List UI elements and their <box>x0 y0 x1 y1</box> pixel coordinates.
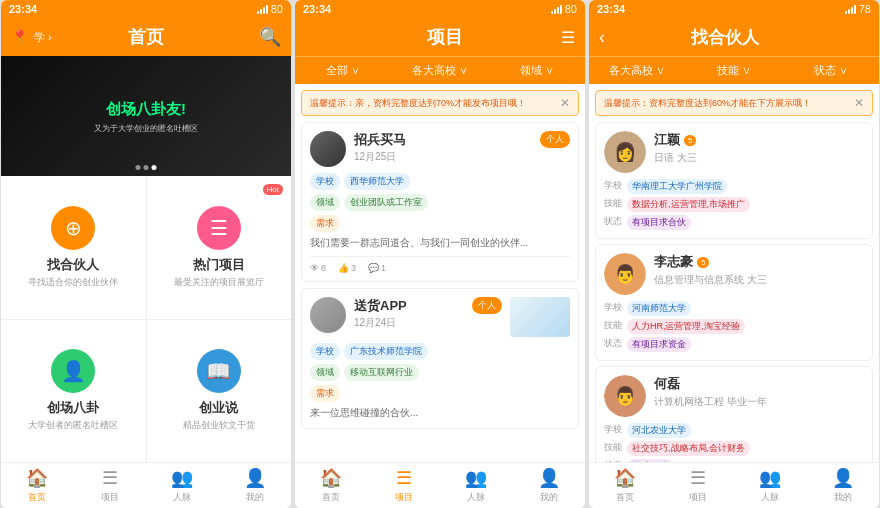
filter-skill-3[interactable]: 技能 ∨ <box>686 57 783 84</box>
filter-school[interactable]: 各大高校 ∨ <box>392 57 489 84</box>
dot-2 <box>144 165 149 170</box>
person-header-1: 👩 江颖 5 日语 大三 <box>604 131 864 173</box>
project-preview-2 <box>510 297 570 337</box>
search-icon[interactable]: 🔍 <box>259 26 281 48</box>
page-title-1: 首页 <box>128 25 164 49</box>
tab-people-3[interactable]: 👥 人脉 <box>734 463 807 508</box>
grid-item-gossip[interactable]: 👤 创场八卦 大学创者的匿名吐槽区 <box>1 320 146 463</box>
project-icon: ☰ <box>197 206 241 250</box>
filter-school-3[interactable]: 各大高校 ∨ <box>589 57 686 84</box>
project-name-1: 招兵买马 <box>354 131 532 149</box>
grid-item-startup[interactable]: 📖 创业说 精品创业软文干货 <box>147 320 292 463</box>
status-icons-2: 80 <box>551 3 577 15</box>
banner-sub: 又为于大学创业的匿名吐槽区 <box>94 123 198 134</box>
tag-domain-label-2: 领域 <box>310 364 340 381</box>
project-avatar-2 <box>310 297 346 333</box>
tab-people-1[interactable]: 👥 人脉 <box>146 463 219 508</box>
project-header-1: 招兵买马 12月25日 个人 <box>310 131 570 167</box>
person-status-tags-2: 状态 有项目求资金 <box>604 337 864 352</box>
person-card-1[interactable]: 👩 江颖 5 日语 大三 学校 华南理工大学广州学院 技能 <box>595 122 873 239</box>
project-need-tags-2: 需求 <box>310 385 570 402</box>
status-bar-2: 23:34 80 <box>295 0 585 18</box>
gossip-icon: 👤 <box>51 349 95 393</box>
notice-text-2: 温馨提示：亲，资料完整度达到70%才能发布项目哦！ <box>310 97 560 110</box>
person-tags-3: 学校 河北农业大学 <box>604 423 864 438</box>
project-avatar-1 <box>310 131 346 167</box>
person-major-3: 计算机网络工程 毕业一年 <box>654 395 864 409</box>
banner-title: 创场八卦友! <box>94 98 198 119</box>
project-title: 热门项目 <box>193 256 245 274</box>
startup-icon: 📖 <box>197 349 241 393</box>
tab-home-3[interactable]: 🏠 首页 <box>589 463 662 508</box>
person-avatar-2: 👨 <box>604 253 646 295</box>
project-list: 招兵买马 12月25日 个人 学校 西华师范大学 领域 创业团队或工作室 需求 … <box>295 122 585 462</box>
notice-bar-2: 温馨提示：亲，资料完整度达到70%才能发布项目哦！ ✕ <box>301 90 579 116</box>
notice-close-2[interactable]: ✕ <box>560 96 570 110</box>
location-icon: 📍 <box>11 29 28 45</box>
status-bar-1: 23:34 80 <box>1 0 291 18</box>
person-skill-1: 数据分析,运营管理,市场推广 <box>627 197 750 212</box>
tab-mine-3[interactable]: 👤 我的 <box>807 463 880 508</box>
filter-all[interactable]: 全部 ∨ <box>295 57 392 84</box>
tag-domain-val-1: 创业团队或工作室 <box>344 194 428 211</box>
tab-mine-2[interactable]: 👤 我的 <box>513 463 586 508</box>
battery-3: 78 <box>859 3 871 15</box>
filter-domain[interactable]: 领域 ∨ <box>488 57 585 84</box>
person-list: 👩 江颖 5 日语 大三 学校 华南理工大学广州学院 技能 <box>589 122 879 462</box>
tab-project-label-1: 项目 <box>101 491 119 504</box>
tab-home-1[interactable]: 🏠 首页 <box>1 463 74 508</box>
person-skill-2: 人力HR,运营管理,淘宝经验 <box>627 319 745 334</box>
project-card-1[interactable]: 招兵买马 12月25日 个人 学校 西华师范大学 领域 创业团队或工作室 需求 … <box>301 122 579 282</box>
person-name-1: 江颖 <box>654 131 680 149</box>
tag-school-val-1: 西华师范大学 <box>344 173 410 190</box>
tab-bar-1: 🏠 首页 ☰ 项目 👥 人脉 👤 我的 <box>1 462 291 508</box>
menu-icon-2[interactable]: ☰ <box>561 28 575 47</box>
tab-project-3[interactable]: ☰ 项目 <box>662 463 735 508</box>
startup-title: 创业说 <box>199 399 238 417</box>
dot-3 <box>152 165 157 170</box>
status-icons-1: 80 <box>257 3 283 15</box>
startup-sub: 精品创业软文干货 <box>183 419 255 432</box>
tab-home-icon-3: 🏠 <box>614 467 636 489</box>
tab-mine-icon-2: 👤 <box>538 467 560 489</box>
person-status-2: 有项目求资金 <box>627 337 691 352</box>
project-date-1: 12月25日 <box>354 150 532 164</box>
tab-people-2[interactable]: 👥 人脉 <box>440 463 513 508</box>
status-bar-3: 23:34 78 <box>589 0 879 18</box>
tab-home-2[interactable]: 🏠 首页 <box>295 463 368 508</box>
grid-item-partner[interactable]: ⊕ 找合伙人 寻找适合你的创业伙伴 <box>1 176 146 319</box>
person-main-3: 何磊 计算机网络工程 毕业一年 <box>654 375 864 417</box>
person-skill-tags-3: 技能 社交技巧,战略布局,会计财务 <box>604 441 864 456</box>
project-type-1: 个人 <box>540 131 570 148</box>
tab-people-label-1: 人脉 <box>173 491 191 504</box>
person-skill-tags-2: 技能 人力HR,运营管理,淘宝经验 <box>604 319 864 334</box>
project-card-2[interactable]: 送货APP 12月24日 个人 学校 广东技术师范学院 领域 移动互联网行业 需… <box>301 288 579 429</box>
tab-project-1[interactable]: ☰ 项目 <box>74 463 147 508</box>
tab-mine-1[interactable]: 👤 我的 <box>219 463 292 508</box>
partner-icon: ⊕ <box>51 206 95 250</box>
notice-close-3[interactable]: ✕ <box>854 96 864 110</box>
filter-status-3[interactable]: 状态 ∨ <box>782 57 879 84</box>
project-sub: 最受关注的项目展览厅 <box>174 276 264 289</box>
tab-mine-label-1: 我的 <box>246 491 264 504</box>
tab-project-2[interactable]: ☰ 项目 <box>368 463 441 508</box>
header-left-icons: 📍 学 › <box>11 29 52 45</box>
project-type-2: 个人 <box>472 297 502 314</box>
footer-comments-1: 💬 1 <box>368 263 386 273</box>
person-card-3[interactable]: 👨 何磊 计算机网络工程 毕业一年 学校 河北农业大学 技能 社交技巧,战 <box>595 366 873 462</box>
person-avatar-1: 👩 <box>604 131 646 173</box>
phone1: 23:34 80 📍 学 › 首页 🔍 <box>1 0 291 508</box>
school-label: 学 › <box>34 30 52 45</box>
tag-school-label-2: 学校 <box>310 343 340 360</box>
grid-item-project[interactable]: Hot ☰ 热门项目 最受关注的项目展览厅 <box>147 176 292 319</box>
status-time-2: 23:34 <box>303 3 331 15</box>
person-skill-tags-1: 技能 数据分析,运营管理,市场推广 <box>604 197 864 212</box>
header-3: ‹ 找合伙人 <box>589 18 879 56</box>
person-name-2: 李志豪 <box>654 253 693 271</box>
home-grid: ⊕ 找合伙人 寻找适合你的创业伙伴 Hot ☰ 热门项目 最受关注的项目展览厅 … <box>1 176 291 462</box>
person-card-2[interactable]: 👨 李志豪 5 信息管理与信息系统 大三 学校 河南师范大学 技能 <box>595 244 873 361</box>
project-name-2: 送货APP <box>354 297 464 315</box>
person-tags-1: 学校 华南理工大学广州学院 <box>604 179 864 194</box>
back-icon[interactable]: ‹ <box>599 27 605 48</box>
filter-bar-3: 各大高校 ∨ 技能 ∨ 状态 ∨ <box>589 56 879 84</box>
